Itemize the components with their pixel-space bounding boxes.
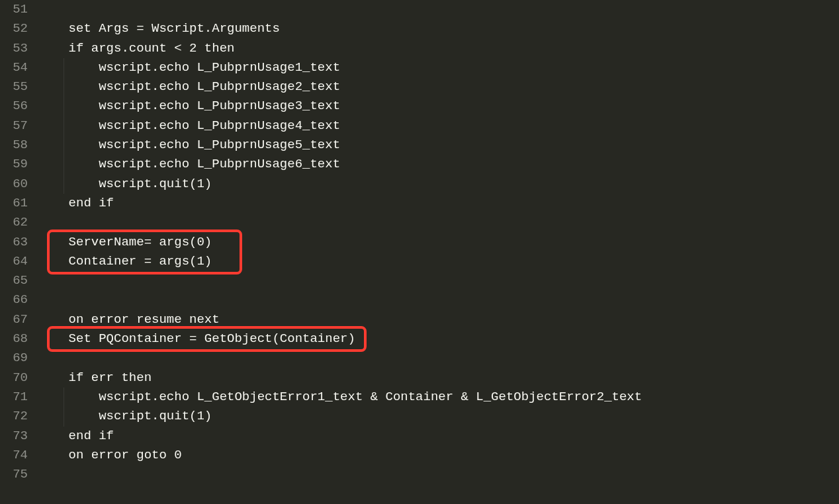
code-line[interactable]: end if xyxy=(38,427,839,446)
line-number: 60 xyxy=(0,175,28,194)
code-line[interactable] xyxy=(38,213,839,232)
code-text: wscript.quit(1) xyxy=(38,409,212,423)
code-text: Container = args(1) xyxy=(38,254,212,269)
line-number: 69 xyxy=(0,349,28,368)
code-text: set Args = Wscript.Arguments xyxy=(38,21,280,36)
code-line[interactable]: ServerName= args(0) xyxy=(38,233,839,252)
line-number: 71 xyxy=(0,388,28,407)
code-line[interactable]: on error goto 0 xyxy=(38,446,839,465)
code-text: on error resume next xyxy=(38,312,220,327)
code-line[interactable]: wscript.echo L_GetObjectError1_text & Co… xyxy=(38,388,839,407)
line-number: 65 xyxy=(0,271,28,290)
line-number: 57 xyxy=(0,116,28,136)
line-number: 70 xyxy=(0,368,28,388)
line-number: 54 xyxy=(0,58,28,77)
code-text: wscript.echo L_PubprnUsage1_text xyxy=(38,60,340,75)
code-text xyxy=(38,215,69,230)
code-text: wscript.echo L_GetObjectError1_text & Co… xyxy=(38,390,642,404)
code-area[interactable]: set Args = Wscript.Arguments if args.cou… xyxy=(38,0,839,504)
code-line[interactable]: if args.count < 2 then xyxy=(38,39,839,58)
code-text: if args.count < 2 then xyxy=(38,41,234,56)
code-line[interactable]: on error resume next xyxy=(38,310,839,329)
code-line[interactable] xyxy=(38,271,839,290)
code-line[interactable]: wscript.echo L_PubprnUsage2_text xyxy=(38,77,839,97)
code-line[interactable]: wscript.echo L_PubprnUsage1_text xyxy=(38,58,839,77)
code-line[interactable]: wscript.echo L_PubprnUsage5_text xyxy=(38,136,839,155)
code-line[interactable]: end if xyxy=(38,194,839,213)
code-text: wscript.echo L_PubprnUsage2_text xyxy=(38,79,340,94)
line-number: 73 xyxy=(0,427,28,446)
code-text: wscript.echo L_PubprnUsage4_text xyxy=(38,118,340,133)
code-line[interactable] xyxy=(38,290,839,310)
line-number: 52 xyxy=(0,19,28,38)
code-text: wscript.quit(1) xyxy=(38,177,212,191)
code-text: wscript.echo L_PubprnUsage6_text xyxy=(38,157,340,171)
line-number: 62 xyxy=(0,213,28,232)
code-text xyxy=(38,351,69,365)
line-number: 72 xyxy=(0,407,28,426)
line-number: 68 xyxy=(0,329,28,349)
line-number: 63 xyxy=(0,233,28,252)
code-line[interactable]: Container = args(1) xyxy=(38,252,839,271)
code-text: if err then xyxy=(38,370,152,385)
code-line[interactable] xyxy=(38,349,839,368)
line-number: 55 xyxy=(0,77,28,97)
line-number: 74 xyxy=(0,446,28,465)
code-line[interactable]: Set PQContainer = GetObject(Container) xyxy=(38,329,839,349)
code-line[interactable] xyxy=(38,465,839,484)
line-number-gutter: 5152535455565758596061626364656667686970… xyxy=(0,0,38,504)
code-editor[interactable]: 5152535455565758596061626364656667686970… xyxy=(0,0,839,504)
line-number: 75 xyxy=(0,465,28,484)
code-line[interactable]: if err then xyxy=(38,368,839,388)
line-number: 56 xyxy=(0,97,28,116)
code-line[interactable] xyxy=(38,0,839,19)
line-number: 61 xyxy=(0,194,28,213)
line-number: 64 xyxy=(0,252,28,271)
code-line[interactable]: wscript.echo L_PubprnUsage3_text xyxy=(38,97,839,116)
code-text: ServerName= args(0) xyxy=(38,235,212,249)
code-text: on error goto 0 xyxy=(38,448,182,462)
line-number: 58 xyxy=(0,136,28,155)
code-text: end if xyxy=(38,429,114,443)
code-line[interactable]: wscript.quit(1) xyxy=(38,175,839,194)
line-number: 67 xyxy=(0,310,28,329)
line-number: 51 xyxy=(0,0,28,19)
code-text xyxy=(38,2,69,17)
code-text xyxy=(38,273,69,288)
code-text: Set PQContainer = GetObject(Container) xyxy=(38,331,355,346)
code-text: wscript.echo L_PubprnUsage5_text xyxy=(38,138,340,152)
code-text xyxy=(38,467,69,482)
code-text: end if xyxy=(38,196,114,210)
code-line[interactable]: wscript.echo L_PubprnUsage4_text xyxy=(38,116,839,136)
line-number: 66 xyxy=(0,290,28,310)
code-line[interactable]: wscript.quit(1) xyxy=(38,407,839,426)
line-number: 53 xyxy=(0,39,28,58)
code-text: wscript.echo L_PubprnUsage3_text xyxy=(38,99,340,113)
code-line[interactable]: wscript.echo L_PubprnUsage6_text xyxy=(38,155,839,174)
line-number: 59 xyxy=(0,155,28,174)
code-line[interactable]: set Args = Wscript.Arguments xyxy=(38,19,839,38)
code-text xyxy=(38,292,69,307)
